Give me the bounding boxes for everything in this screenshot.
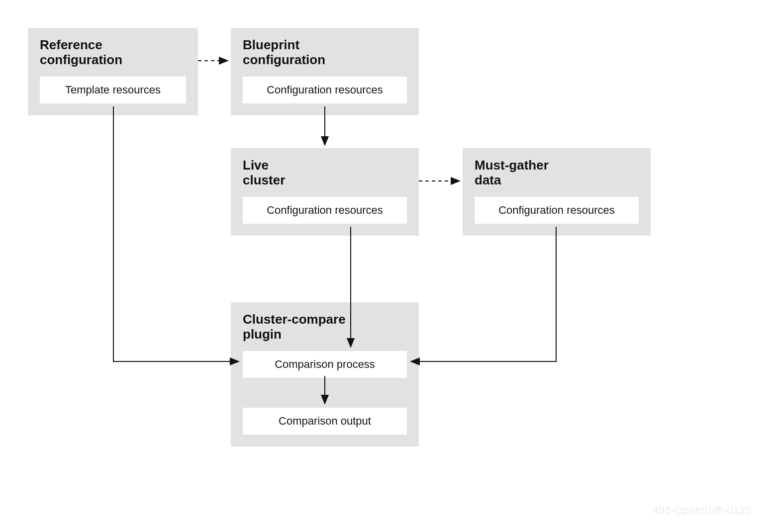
box-blueprint-configuration: Blueprint configuration Configuration re… <box>231 28 419 115</box>
title-line-2: configuration <box>40 52 122 67</box>
box-title: Cluster-compare plugin <box>243 312 407 342</box>
arrow-mustgather-to-process <box>411 227 556 361</box>
box-title: Reference configuration <box>40 38 186 68</box>
title-line-2: cluster <box>243 173 285 187</box>
title-line-2: configuration <box>243 52 325 67</box>
diagram-container: Reference configuration Template resourc… <box>0 0 771 532</box>
watermark: 493-OpenShift-0125 <box>653 504 751 517</box>
resource-comparison-process: Comparison process <box>243 351 407 378</box>
resource-configuration: Configuration resources <box>243 197 407 224</box>
title-line-1: Reference <box>40 37 102 52</box>
resource-comparison-output: Comparison output <box>243 408 407 435</box>
box-reference-configuration: Reference configuration Template resourc… <box>28 28 198 115</box>
box-title: Must-gather data <box>475 158 639 188</box>
title-line-2: data <box>475 173 501 187</box>
title-line-2: plugin <box>243 327 282 342</box>
box-cluster-compare-plugin: Cluster-compare plugin Comparison proces… <box>231 302 419 446</box>
title-line-1: Must-gather <box>475 158 549 173</box>
resource-configuration: Configuration resources <box>475 197 639 224</box>
box-title: Blueprint configuration <box>243 38 407 68</box>
title-line-1: Blueprint <box>243 37 299 52</box>
resource-configuration: Configuration resources <box>243 77 407 103</box>
box-live-cluster: Live cluster Configuration resources <box>231 148 419 236</box>
resource-template: Template resources <box>40 77 186 103</box>
title-line-1: Cluster-compare <box>243 312 346 327</box>
arrow-reference-to-process <box>113 106 239 361</box>
title-line-1: Live <box>243 158 269 173</box>
box-title: Live cluster <box>243 158 407 188</box>
box-must-gather-data: Must-gather data Configuration resources <box>463 148 651 236</box>
